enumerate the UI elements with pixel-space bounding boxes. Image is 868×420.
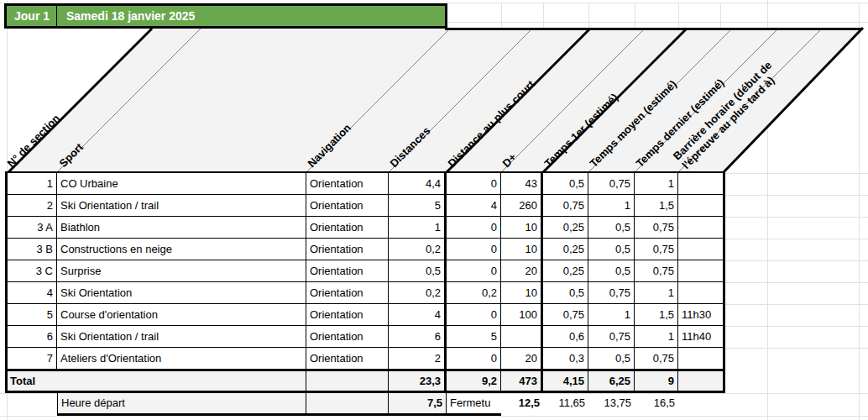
cell-temps-moyen[interactable]: 0,5 (588, 260, 635, 281)
cell-temps-dernier[interactable]: 1 (635, 282, 678, 303)
cell-barriere[interactable] (678, 282, 723, 303)
cell-barriere[interactable] (678, 195, 723, 216)
cell-dplus[interactable]: 100 (501, 304, 543, 325)
cell-distance-plus-court[interactable]: 0 (447, 304, 501, 325)
cell-distances[interactable]: 6 (389, 326, 447, 347)
cell-temps-dernier[interactable]: 0,75 (635, 239, 678, 260)
cell-sport[interactable]: Ski Orientation / trail (57, 326, 306, 347)
cell-temps-dernier[interactable]: 1,5 (635, 195, 678, 216)
cell-barriere[interactable]: 11h30 (678, 304, 723, 325)
cell-barriere[interactable] (678, 239, 723, 260)
cell-distance-plus-court[interactable]: 5 (447, 326, 501, 347)
cell-distances[interactable]: 1 (389, 217, 447, 238)
cell-navigation[interactable]: Orientation (306, 260, 389, 281)
day-cell[interactable]: Jour 1 (7, 6, 57, 26)
date-cell[interactable]: Samedi 18 janvier 2025 (57, 6, 445, 26)
cell-navigation[interactable]: Orientation (306, 195, 389, 216)
cell-temps-1er[interactable]: 0,5 (543, 282, 588, 303)
cell-distance-plus-court[interactable]: 0 (447, 173, 501, 194)
cell-distances[interactable]: 0,2 (389, 239, 447, 260)
cell-num[interactable]: 3 B (7, 239, 57, 260)
cell-footer-empty[interactable] (7, 393, 57, 413)
cell-temps-moyen[interactable]: 0,5 (588, 217, 635, 238)
cell-temps-1er[interactable]: 0,25 (543, 217, 588, 238)
cell-temps-1er[interactable]: 0,3 (543, 348, 588, 369)
cell-dplus[interactable]: 10 (501, 217, 543, 238)
cell-distances[interactable]: 4,4 (389, 173, 447, 194)
cell-total-barriere[interactable] (678, 371, 723, 391)
cell-distance-plus-court[interactable]: 0 (447, 217, 501, 238)
cell-num[interactable]: 5 (7, 304, 57, 325)
cell-temps-moyen[interactable]: 1 (588, 195, 635, 216)
cell-temps-1er[interactable]: 0,25 (543, 239, 588, 260)
cell-dplus[interactable]: 10 (501, 239, 543, 260)
cell-num[interactable]: 2 (7, 195, 57, 216)
cell-footer-fermeture[interactable]: Fermetu (447, 393, 501, 413)
cell-temps-1er[interactable]: 0,75 (543, 304, 588, 325)
cell-num[interactable]: 1 (7, 173, 57, 194)
cell-temps-dernier[interactable]: 1 (635, 326, 678, 347)
cell-navigation[interactable]: Orientation (306, 326, 389, 347)
cell-temps-dernier[interactable]: 0,75 (635, 217, 678, 238)
cell-navigation[interactable]: Orientation (306, 173, 389, 194)
cell-dplus[interactable]: 260 (501, 195, 543, 216)
cell-distance-plus-court[interactable]: 0 (447, 260, 501, 281)
cell-distances[interactable]: 0,2 (389, 282, 447, 303)
cell-num[interactable]: 7 (7, 348, 57, 369)
cell-footer-barriere[interactable] (678, 393, 723, 413)
cell-footer-td[interactable]: 16,5 (635, 393, 678, 413)
cell-barriere[interactable] (678, 260, 723, 281)
cell-temps-1er[interactable]: 0,6 (543, 326, 588, 347)
cell-total-dpc[interactable]: 9,2 (447, 371, 501, 391)
cell-temps-1er[interactable]: 0,25 (543, 260, 588, 281)
cell-barriere[interactable]: 11h40 (678, 326, 723, 347)
cell-temps-dernier[interactable]: 1 (635, 173, 678, 194)
cell-temps-moyen[interactable]: 0,5 (588, 348, 635, 369)
cell-dplus[interactable] (501, 326, 543, 347)
cell-footer-label[interactable]: Heure départ (57, 393, 306, 413)
cell-total-t1[interactable]: 4,15 (543, 371, 588, 391)
cell-total-tm[interactable]: 6,25 (588, 371, 635, 391)
cell-footer-navigation[interactable] (306, 393, 389, 413)
cell-total-label[interactable]: Total (7, 371, 306, 391)
cell-num[interactable]: 3 A (7, 217, 57, 238)
cell-barriere[interactable] (678, 217, 723, 238)
cell-distance-plus-court[interactable]: 4 (447, 195, 501, 216)
cell-sport[interactable]: Surprise (57, 260, 306, 281)
cell-barriere[interactable] (678, 173, 723, 194)
cell-dplus[interactable]: 43 (501, 173, 543, 194)
cell-navigation[interactable]: Orientation (306, 239, 389, 260)
cell-distance-plus-court[interactable]: 0 (447, 239, 501, 260)
cell-distances[interactable]: 0,5 (389, 260, 447, 281)
cell-temps-1er[interactable]: 0,5 (543, 173, 588, 194)
cell-barriere[interactable] (678, 348, 723, 369)
cell-num[interactable]: 3 C (7, 260, 57, 281)
cell-num[interactable]: 4 (7, 282, 57, 303)
cell-total-dplus[interactable]: 473 (501, 371, 543, 391)
cell-dplus[interactable]: 20 (501, 348, 543, 369)
cell-temps-dernier[interactable]: 0,75 (635, 260, 678, 281)
cell-temps-dernier[interactable]: 0,75 (635, 348, 678, 369)
cell-distances[interactable]: 5 (389, 195, 447, 216)
cell-num[interactable]: 6 (7, 326, 57, 347)
cell-distances[interactable]: 4 (389, 304, 447, 325)
cell-footer-tm[interactable]: 13,75 (588, 393, 635, 413)
cell-distance-plus-court[interactable]: 0,2 (447, 282, 501, 303)
cell-total-td[interactable]: 9 (635, 371, 678, 391)
cell-navigation[interactable]: Orientation (306, 348, 389, 369)
cell-sport[interactable]: Ateliers d'Orientation (57, 348, 306, 369)
cell-temps-moyen[interactable]: 0,75 (588, 173, 635, 194)
cell-total-navigation[interactable] (306, 371, 389, 391)
cell-navigation[interactable]: Orientation (306, 282, 389, 303)
cell-navigation[interactable]: Orientation (306, 217, 389, 238)
cell-dplus[interactable]: 10 (501, 282, 543, 303)
cell-sport[interactable]: Constructions en neige (57, 239, 306, 260)
cell-distances[interactable]: 2 (389, 348, 447, 369)
cell-sport[interactable]: Course d'orientation (57, 304, 306, 325)
cell-footer-distances[interactable]: 7,5 (389, 393, 447, 413)
cell-sport[interactable]: CO Urbaine (57, 173, 306, 194)
cell-temps-moyen[interactable]: 1 (588, 304, 635, 325)
cell-footer-t1[interactable]: 11,65 (543, 393, 588, 413)
cell-temps-dernier[interactable]: 1,5 (635, 304, 678, 325)
cell-navigation[interactable]: Orientation (306, 304, 389, 325)
